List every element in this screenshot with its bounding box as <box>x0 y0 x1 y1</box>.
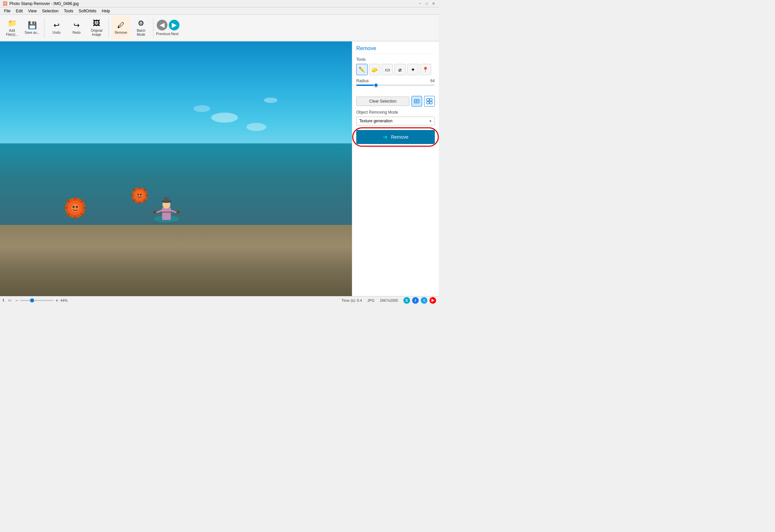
nav-group: ◀ ▶ Previous Next <box>156 20 180 36</box>
maximize-button[interactable]: □ <box>424 1 429 6</box>
radius-label: Radius <box>356 79 424 83</box>
original-image-label: Original Image <box>89 29 104 37</box>
spacer-1 <box>356 89 435 93</box>
original-image-icon: 🖼 <box>93 19 100 28</box>
cloud-3 <box>193 105 210 112</box>
svg-rect-30 <box>164 197 169 202</box>
add-files-button[interactable]: 📁 Add File(s)... <box>3 16 21 39</box>
undo-icon: ↩ <box>53 21 59 30</box>
mode-select-wrapper: Texture generation ▼ <box>356 117 435 125</box>
panel-title: Remove <box>356 45 435 54</box>
zoom-percent: 44% <box>60 298 68 302</box>
previous-label: Previous <box>156 32 167 36</box>
zoom-out-button[interactable]: − <box>15 298 18 303</box>
tools-label: Tools <box>356 57 435 62</box>
redo-icon: ↪ <box>74 21 80 30</box>
status-bar: ℹ ▭ − + 44% Time (s): 0.4 JPG 2667x2000 … <box>0 296 439 304</box>
facebook-icon[interactable]: f <box>412 297 419 304</box>
add-files-icon: 📁 <box>8 19 17 28</box>
menu-softorbits[interactable]: SoftOrbits <box>76 8 99 14</box>
remove-btn-label: Remove <box>391 134 408 140</box>
menu-view[interactable]: View <box>25 8 39 14</box>
toolbar: 📁 Add File(s)... 💾 Save as... ↩ Undo ↪ R… <box>0 15 439 41</box>
tools-section: Tools ✏️ 🧽 ▭ ⌀ ✦ 📍 <box>356 57 435 75</box>
shore-layer <box>0 225 352 296</box>
svg-rect-40 <box>427 99 429 101</box>
toolbar-separator-2 <box>109 18 109 38</box>
magic-wand-tool-button[interactable]: ✦ <box>407 64 418 75</box>
next-label: Next <box>169 32 180 36</box>
actual-size-button[interactable] <box>424 96 435 107</box>
lasso-tool-button[interactable]: ⌀ <box>394 64 406 75</box>
radius-slider-thumb[interactable] <box>374 83 378 88</box>
remove-icon: 🖊 <box>117 21 125 30</box>
zoom-slider-thumb[interactable] <box>30 298 34 302</box>
stamp-tool-button[interactable]: 📍 <box>420 64 431 75</box>
radius-slider-fill <box>356 85 376 86</box>
toolbar-separator-3 <box>153 18 153 38</box>
previous-button[interactable]: ◀ <box>157 20 167 30</box>
menu-file[interactable]: File <box>1 8 13 14</box>
remove-button[interactable]: 🖊 Remove <box>112 16 130 39</box>
zoom-controls: − + 44% <box>15 298 68 303</box>
menu-selection[interactable]: Selection <box>39 8 61 14</box>
social-links: S f t ▶ <box>403 297 436 304</box>
svg-rect-42 <box>427 102 429 104</box>
fit-to-window-button[interactable] <box>411 96 422 107</box>
mode-select[interactable]: Texture generation <box>356 117 435 125</box>
eraser-tool-button[interactable]: 🧽 <box>369 64 380 75</box>
rect-select-icon: ▭ <box>8 298 11 302</box>
next-button[interactable]: ▶ <box>169 20 179 30</box>
svg-rect-27 <box>162 207 171 220</box>
softorbits-icon[interactable]: S <box>403 297 410 304</box>
window-controls: ─ □ ✕ <box>417 1 436 6</box>
menu-help[interactable]: Help <box>99 8 113 14</box>
stamp-left <box>63 196 87 220</box>
right-panel: Remove Tools ✏️ 🧽 ▭ ⌀ ✦ 📍 Radius 64 <box>352 41 439 296</box>
clear-selection-button[interactable]: Clear Selection <box>356 97 409 106</box>
remove-button-wrapper: ➜ Remove <box>356 130 435 144</box>
nav-arrows: ◀ ▶ <box>157 20 179 30</box>
zoom-slider[interactable] <box>20 300 53 301</box>
batch-mode-label: Batch Mode <box>133 29 149 37</box>
remove-action-button[interactable]: ➜ Remove <box>356 130 435 144</box>
undo-label: Undo <box>52 31 60 35</box>
minimize-button[interactable]: ─ <box>417 1 423 6</box>
actual-size-icon <box>426 98 432 104</box>
zoom-in-button[interactable]: + <box>55 298 58 303</box>
redo-button[interactable]: ↪ Redo <box>67 16 86 39</box>
menu-tools[interactable]: Tools <box>61 8 76 14</box>
batch-mode-icon: ⚙ <box>138 19 144 28</box>
close-button[interactable]: ✕ <box>431 1 436 6</box>
redo-label: Redo <box>73 31 81 35</box>
radius-section: Radius 64 <box>356 79 435 86</box>
canvas-image <box>0 41 352 296</box>
undo-button[interactable]: ↩ Undo <box>47 16 66 39</box>
batch-mode-button[interactable]: ⚙ Batch Mode <box>132 16 150 39</box>
svg-rect-41 <box>430 99 432 101</box>
svg-point-24 <box>137 193 139 195</box>
nav-labels: Previous Next <box>156 32 180 36</box>
save-as-button[interactable]: 💾 Save as... <box>23 16 41 39</box>
dimensions-display: 2667x2000 <box>380 298 398 302</box>
svg-point-11 <box>73 206 75 208</box>
youtube-icon[interactable]: ▶ <box>429 297 436 304</box>
svg-rect-43 <box>430 102 432 104</box>
clear-selection-row: Clear Selection <box>356 96 435 107</box>
brush-tool-button[interactable]: ✏️ <box>356 64 368 75</box>
canvas-area[interactable] <box>0 41 352 296</box>
time-display: Time (s): 0.4 <box>342 298 362 302</box>
original-image-button[interactable]: 🖼 Original Image <box>87 16 106 39</box>
fit-window-icon <box>414 98 420 104</box>
window-title: Photo Stamp Remover - IMG_0486.jpg <box>9 1 417 6</box>
tools-row: ✏️ 🧽 ▭ ⌀ ✦ 📍 <box>356 64 435 75</box>
radius-slider[interactable] <box>356 85 435 86</box>
object-removing-mode-label: Object Removing Mode <box>356 110 435 115</box>
add-files-label: Add File(s)... <box>4 29 20 37</box>
rect-select-tool-button[interactable]: ▭ <box>382 64 393 75</box>
menu-edit[interactable]: Edit <box>13 8 25 14</box>
object-removing-mode-section: Object Removing Mode Texture generation … <box>356 110 435 125</box>
twitter-icon[interactable]: t <box>421 297 427 304</box>
person-on-kayak <box>151 190 181 227</box>
main-layout: Remove Tools ✏️ 🧽 ▭ ⌀ ✦ 📍 Radius 64 <box>0 41 439 296</box>
